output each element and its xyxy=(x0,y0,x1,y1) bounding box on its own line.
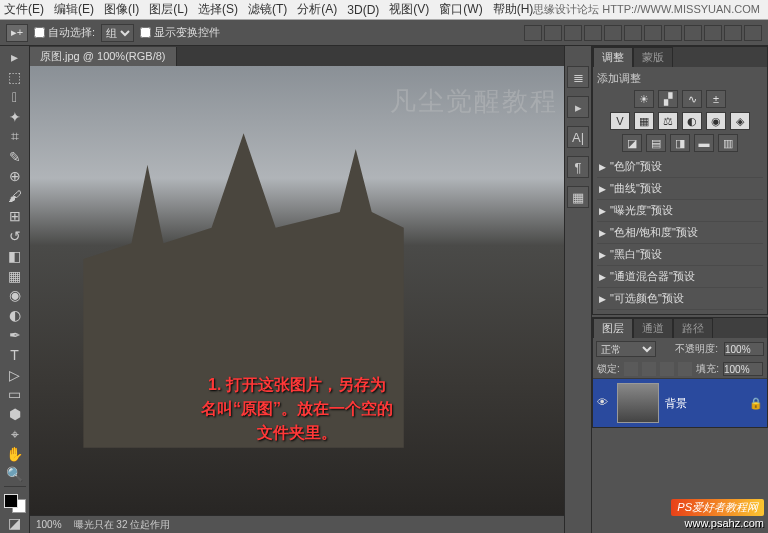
curves-icon[interactable]: ∿ xyxy=(682,90,702,108)
menu-file[interactable]: 文件(E) xyxy=(4,1,44,18)
lock-position-icon[interactable] xyxy=(660,362,674,376)
tab-paths[interactable]: 路径 xyxy=(673,318,713,338)
foreground-color[interactable] xyxy=(4,494,18,508)
brush-tool-icon[interactable]: 🖌 xyxy=(3,187,27,206)
auto-select-checkbox[interactable]: 自动选择: xyxy=(34,25,95,40)
stamp-tool-icon[interactable]: ⊞ xyxy=(3,207,27,226)
pen-tool-icon[interactable]: ✒ xyxy=(3,326,27,345)
align-icon[interactable] xyxy=(544,25,562,41)
quickmask-icon[interactable]: ◪ xyxy=(3,514,27,533)
canvas[interactable]: 凡尘觉醒教程 1. 打开这张图片，另存为 名叫“原图”。放在一个空的 文件夹里。 xyxy=(30,66,564,515)
blur-tool-icon[interactable]: ◉ xyxy=(3,286,27,305)
3d-camera-icon[interactable]: ⌖ xyxy=(3,425,27,444)
preset-curves[interactable]: ▶"曲线"预设 xyxy=(597,178,763,200)
preset-levels[interactable]: ▶"色阶"预设 xyxy=(597,156,763,178)
tab-layers[interactable]: 图层 xyxy=(593,318,633,338)
align-icon[interactable] xyxy=(564,25,582,41)
balance-icon[interactable]: ⚖ xyxy=(658,112,678,130)
menu-filter[interactable]: 滤镜(T) xyxy=(248,1,287,18)
preset-bw[interactable]: ▶"黑白"预设 xyxy=(597,244,763,266)
shape-tool-icon[interactable]: ▭ xyxy=(3,385,27,404)
layer-name[interactable]: 背景 xyxy=(665,396,687,411)
posterize-icon[interactable]: ▤ xyxy=(646,134,666,152)
actions-panel-icon[interactable]: ▸ xyxy=(567,96,589,118)
right-panels: 调整 蒙版 添加调整 ☀ ▞ ∿ ± V ▦ ⚖ ◐ ◉ ◈ xyxy=(592,46,768,533)
layer-row[interactable]: 👁 背景 🔒 xyxy=(593,379,767,427)
eraser-tool-icon[interactable]: ◧ xyxy=(3,246,27,265)
history-brush-icon[interactable]: ↺ xyxy=(3,226,27,245)
auto-select-dropdown[interactable]: 组 xyxy=(101,24,134,42)
3d-tool-icon[interactable]: ⬢ xyxy=(3,405,27,424)
distribute-icon[interactable] xyxy=(704,25,722,41)
lock-transparent-icon[interactable] xyxy=(624,362,638,376)
zoom-tool-icon[interactable]: 🔍 xyxy=(3,464,27,483)
lock-all-icon[interactable] xyxy=(678,362,692,376)
history-panel-icon[interactable]: ≣ xyxy=(567,66,589,88)
gradient-tool-icon[interactable]: ▦ xyxy=(3,266,27,285)
align-icon[interactable] xyxy=(604,25,622,41)
distribute-icon[interactable] xyxy=(744,25,762,41)
image-content xyxy=(30,66,564,515)
photo-filter-icon[interactable]: ◉ xyxy=(706,112,726,130)
preset-hue[interactable]: ▶"色相/饱和度"预设 xyxy=(597,222,763,244)
marquee-tool-icon[interactable]: ⬚ xyxy=(3,68,27,87)
distribute-icon[interactable] xyxy=(724,25,742,41)
opacity-label: 不透明度: xyxy=(675,342,718,356)
tab-adjustments[interactable]: 调整 xyxy=(593,47,633,67)
distribute-icon[interactable] xyxy=(684,25,702,41)
crop-tool-icon[interactable]: ⌗ xyxy=(3,127,27,146)
zoom-level[interactable]: 100% xyxy=(36,519,62,530)
layer-thumbnail[interactable] xyxy=(617,383,659,423)
align-icon[interactable] xyxy=(584,25,602,41)
preset-exposure[interactable]: ▶"曝光度"预设 xyxy=(597,200,763,222)
vibrance-icon[interactable]: V xyxy=(610,112,630,130)
color-swatch[interactable] xyxy=(4,494,26,513)
visibility-icon[interactable]: 👁 xyxy=(597,396,611,410)
menu-3d[interactable]: 3D(D) xyxy=(347,3,379,17)
lock-pixels-icon[interactable] xyxy=(642,362,656,376)
eyedropper-tool-icon[interactable]: ✎ xyxy=(3,147,27,166)
menu-view[interactable]: 视图(V) xyxy=(389,1,429,18)
paragraph-panel-icon[interactable]: ¶ xyxy=(567,156,589,178)
align-icon[interactable] xyxy=(624,25,642,41)
opacity-input[interactable] xyxy=(724,342,764,356)
type-tool-icon[interactable]: T xyxy=(3,345,27,364)
preset-selective[interactable]: ▶"可选颜色"预设 xyxy=(597,288,763,310)
threshold-icon[interactable]: ◨ xyxy=(670,134,690,152)
invert-icon[interactable]: ◪ xyxy=(622,134,642,152)
bw-icon[interactable]: ◐ xyxy=(682,112,702,130)
menu-help[interactable]: 帮助(H) xyxy=(493,1,534,18)
fill-input[interactable] xyxy=(723,362,763,376)
blend-mode-select[interactable]: 正常 xyxy=(596,341,656,357)
dodge-tool-icon[interactable]: ◐ xyxy=(3,306,27,325)
menu-select[interactable]: 选择(S) xyxy=(198,1,238,18)
color-panel-icon[interactable]: ▦ xyxy=(567,186,589,208)
selective-color-icon[interactable]: ▥ xyxy=(718,134,738,152)
hand-tool-icon[interactable]: ✋ xyxy=(3,445,27,464)
menu-analysis[interactable]: 分析(A) xyxy=(297,1,337,18)
tab-masks[interactable]: 蒙版 xyxy=(633,47,673,67)
channel-mixer-icon[interactable]: ◈ xyxy=(730,112,750,130)
wand-tool-icon[interactable]: ✦ xyxy=(3,107,27,126)
heal-tool-icon[interactable]: ⊕ xyxy=(3,167,27,186)
distribute-icon[interactable] xyxy=(664,25,682,41)
move-tool-icon[interactable]: ▸ xyxy=(3,48,27,67)
hue-icon[interactable]: ▦ xyxy=(634,112,654,130)
menu-image[interactable]: 图像(I) xyxy=(104,1,139,18)
menu-window[interactable]: 窗口(W) xyxy=(439,1,482,18)
document-tab[interactable]: 原图.jpg @ 100%(RGB/8) xyxy=(30,47,177,66)
menu-layer[interactable]: 图层(L) xyxy=(149,1,188,18)
gradient-map-icon[interactable]: ▬ xyxy=(694,134,714,152)
character-panel-icon[interactable]: A| xyxy=(567,126,589,148)
preset-channel[interactable]: ▶"通道混合器"预设 xyxy=(597,266,763,288)
exposure-icon[interactable]: ± xyxy=(706,90,726,108)
distribute-icon[interactable] xyxy=(644,25,662,41)
levels-icon[interactable]: ▞ xyxy=(658,90,678,108)
path-tool-icon[interactable]: ▷ xyxy=(3,365,27,384)
tab-channels[interactable]: 通道 xyxy=(633,318,673,338)
show-transform-checkbox[interactable]: 显示变换控件 xyxy=(140,25,220,40)
lasso-tool-icon[interactable]: 𓏲 xyxy=(3,88,27,107)
align-icon[interactable] xyxy=(524,25,542,41)
brightness-icon[interactable]: ☀ xyxy=(634,90,654,108)
menu-edit[interactable]: 编辑(E) xyxy=(54,1,94,18)
